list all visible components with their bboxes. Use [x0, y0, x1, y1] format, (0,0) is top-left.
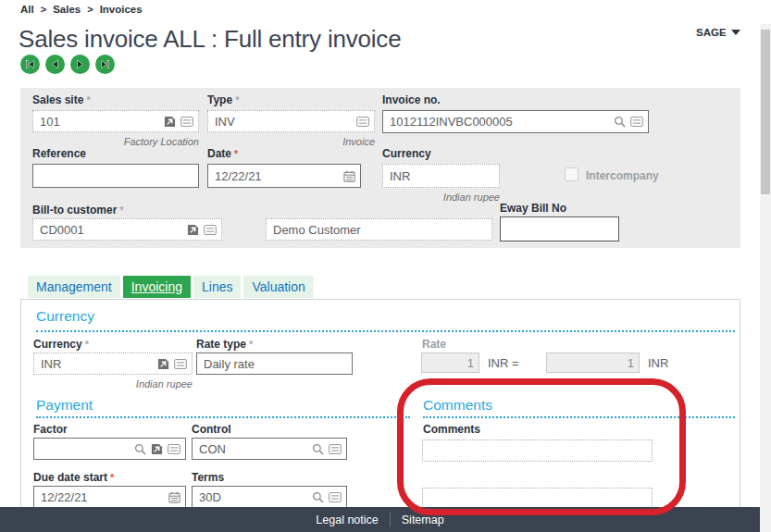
breadcrumb-all[interactable]: All — [20, 4, 34, 15]
tab-bar: Management Invoicing Lines Valuation — [28, 276, 314, 298]
tab-invoicing[interactable]: Invoicing — [123, 276, 191, 298]
rate-type-value: Daily rate — [204, 357, 255, 371]
invoice-no-label: Invoice no. — [382, 93, 441, 106]
eway-bill-no-label: Eway Bill No — [500, 202, 566, 215]
page-title: Sales invoice ALL : Full entry invoice — [19, 25, 401, 54]
last-record-icon — [99, 58, 111, 70]
user-menu[interactable]: SAGE — [696, 27, 740, 38]
selection-list-icon[interactable] — [630, 117, 643, 127]
record-navigation — [20, 55, 115, 74]
terms-label: Terms — [192, 471, 224, 484]
breadcrumb: All > Sales > Invoices — [20, 4, 143, 15]
rate-type-field[interactable]: Daily rate — [196, 353, 353, 375]
due-date-start-label: Due date start* — [33, 471, 114, 484]
scrollbar-thumb[interactable] — [761, 30, 770, 194]
currency-helper: Indian rupee — [382, 192, 500, 203]
sitemap-link[interactable]: Sitemap — [402, 513, 444, 526]
sales-site-label: Sales site* — [32, 93, 91, 106]
reference-label: Reference — [32, 147, 86, 160]
rate-type-label: Rate type* — [196, 338, 253, 351]
type-value: INV — [215, 115, 235, 129]
comments-input-1[interactable] — [422, 439, 653, 462]
type-field[interactable]: INV — [207, 110, 375, 132]
factor-field[interactable] — [33, 438, 186, 460]
comments-label: Comments — [423, 423, 480, 436]
last-record-button[interactable] — [95, 55, 115, 74]
next-record-button[interactable] — [70, 55, 90, 74]
scrollbar-track[interactable] — [760, 24, 771, 532]
selection-list-icon[interactable] — [329, 444, 342, 454]
selection-list-icon[interactable] — [329, 492, 342, 502]
breadcrumb-sales[interactable]: Sales — [53, 4, 81, 15]
comments-section-divider — [423, 416, 735, 418]
tab-lines[interactable]: Lines — [193, 276, 241, 298]
rate-label: Rate — [422, 338, 446, 351]
previous-record-icon — [49, 58, 61, 70]
selection-list-icon[interactable] — [168, 444, 180, 454]
calendar-icon[interactable] — [168, 491, 180, 503]
footer: Legal notice Sitemap — [0, 507, 760, 532]
calendar-icon[interactable] — [343, 170, 355, 182]
breadcrumb-invoices[interactable]: Invoices — [100, 4, 143, 15]
bill-to-customer-label: Bill-to customer* — [32, 204, 124, 217]
currency-label: Currency — [382, 147, 431, 160]
tab-management[interactable]: Management — [28, 276, 120, 298]
jump-to-record-icon[interactable] — [151, 443, 163, 455]
magnifier-icon[interactable] — [614, 116, 626, 128]
reference-field[interactable] — [32, 164, 199, 188]
bill-to-customer-field[interactable]: CD0001 — [32, 218, 222, 241]
control-label: Control — [192, 423, 231, 436]
invoice-no-field[interactable]: 1012112INVBC000005 — [382, 110, 649, 133]
magnifier-icon[interactable] — [312, 443, 324, 455]
rate-equals-label: INR = — [488, 356, 519, 370]
date-field[interactable]: 12/22/21 — [207, 164, 361, 188]
jump-to-record-icon[interactable] — [157, 358, 169, 370]
currency-section-divider — [36, 330, 735, 332]
invoice-no-value: 1012112INVBC000005 — [390, 115, 513, 129]
legal-notice-link[interactable]: Legal notice — [316, 513, 378, 526]
customer-name-field[interactable]: Demo Customer — [266, 218, 492, 241]
breadcrumb-separator: > — [87, 4, 93, 15]
user-menu-label: SAGE — [696, 27, 727, 38]
selection-list-icon[interactable] — [356, 117, 369, 127]
tab-valuation[interactable]: Valuation — [243, 276, 313, 298]
currency-value: INR — [390, 169, 410, 183]
factor-label: Factor — [33, 423, 68, 436]
rate-from-field: 1 — [421, 353, 479, 373]
due-date-start-field[interactable]: 12/22/21 — [33, 486, 186, 508]
due-date-start-value: 12/22/21 — [41, 490, 88, 504]
comments-section-heading: Comments — [423, 397, 492, 414]
eway-bill-no-field[interactable] — [500, 217, 619, 241]
date-label: Date* — [207, 147, 238, 160]
customer-name-value: Demo Customer — [273, 223, 361, 237]
payment-section-heading: Payment — [36, 397, 93, 414]
bill-to-customer-value: CD0001 — [40, 223, 84, 237]
currency-tab-label: Currency* — [33, 338, 89, 351]
caret-down-icon — [731, 30, 740, 35]
control-field[interactable]: CON — [192, 438, 347, 460]
magnifier-icon[interactable] — [134, 443, 146, 455]
date-value: 12/22/21 — [215, 169, 262, 183]
magnifier-icon[interactable] — [312, 491, 324, 503]
intercompany-checkbox — [565, 167, 578, 181]
intercompany-label: Intercompany — [586, 169, 659, 182]
rate-to-value: 1 — [628, 356, 634, 370]
type-helper: Invoice — [207, 136, 375, 147]
selection-list-icon[interactable] — [174, 359, 187, 369]
jump-to-record-icon[interactable] — [187, 224, 199, 236]
selection-list-icon[interactable] — [180, 117, 193, 127]
jump-to-record-icon[interactable] — [164, 116, 176, 128]
currency-field[interactable]: INR — [382, 164, 500, 188]
selection-list-icon[interactable] — [204, 225, 217, 235]
terms-field[interactable]: 30D — [192, 486, 347, 508]
currency-tab-value: INR — [41, 357, 61, 371]
first-record-icon — [24, 58, 36, 70]
type-label: Type* — [207, 93, 239, 106]
currency-tab-field[interactable]: INR — [33, 353, 193, 375]
first-record-button[interactable] — [20, 55, 40, 74]
breadcrumb-separator: > — [41, 4, 46, 15]
invoice-identity-panel: Sales site* 101 Factory Location Type* I… — [20, 88, 740, 248]
sales-site-field[interactable]: 101 — [32, 110, 199, 132]
previous-record-button[interactable] — [45, 55, 65, 74]
control-value: CON — [199, 442, 226, 456]
